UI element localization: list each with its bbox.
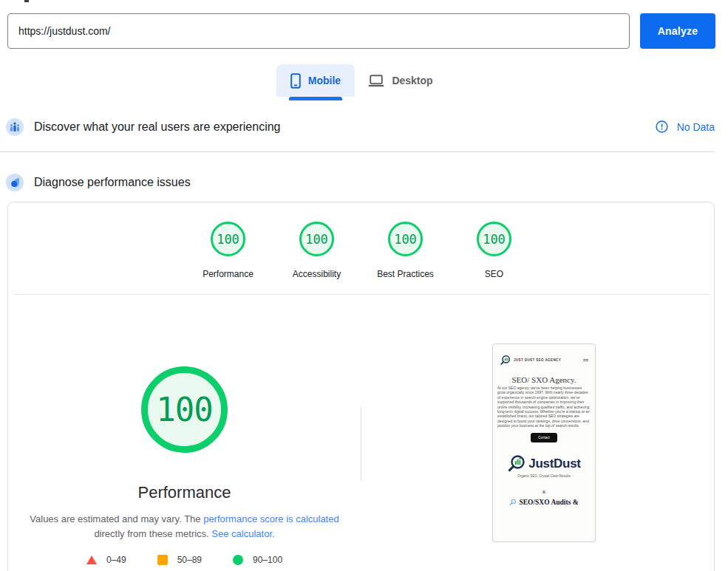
legend-range: 0–49	[106, 555, 126, 565]
active-tab-indicator	[289, 97, 342, 100]
score-label: Accessibility	[293, 269, 341, 279]
url-input[interactable]: https://justdust.com/	[7, 13, 630, 49]
no-data-status[interactable]: No Data	[656, 120, 715, 133]
score-value: 100	[305, 232, 328, 247]
real-users-bars-icon	[6, 118, 24, 136]
score-circle: 100	[388, 222, 423, 256]
pagespeed-insights-report: https://justdust.com/ Analyze Mobile Des…	[0, 0, 728, 571]
gauge-value: 100	[156, 391, 212, 428]
score-accessibility[interactable]: 100 Accessibility	[280, 222, 354, 279]
score-performance[interactable]: 100 Performance	[191, 222, 265, 279]
performance-gauge-section: 100 Performance Values are estimated and…	[8, 295, 361, 565]
score-label: Best Practices	[377, 269, 434, 279]
performance-gauge: 100	[141, 366, 228, 453]
legend-item-pass: 90–100	[233, 555, 282, 565]
disclaimer-text: Values are estimated and may vary. The	[30, 513, 203, 524]
calc-doc-link[interactable]: performance score is calculated	[203, 513, 339, 524]
orange-square-icon	[157, 555, 168, 565]
score-circle: 100	[477, 222, 511, 256]
legend-item-fail: 0–49	[86, 555, 126, 565]
score-value: 100	[394, 232, 417, 247]
info-icon	[656, 120, 668, 133]
score-value: 100	[483, 232, 506, 247]
score-legend: 0–49 50–89 90–100	[8, 555, 361, 565]
lab-data-section-header: Diagnose performance issues	[0, 165, 715, 199]
thumb-site-header: JUST DUST SEO AGENCY	[493, 351, 595, 369]
score-value: 100	[217, 232, 239, 247]
field-data-section-header[interactable]: Discover what your real users are experi…	[0, 109, 715, 144]
thumb-hero-heading: SEO/ SXO Agency.	[493, 375, 595, 384]
score-label: Performance	[203, 269, 254, 279]
score-label: SEO	[485, 269, 503, 279]
score-disclaimer: Values are estimated and may vary. The p…	[8, 512, 361, 541]
lab-report-card: 100 Performance 100 Accessibility 100 Be…	[7, 202, 715, 571]
score-seo[interactable]: 100 SEO	[457, 222, 531, 279]
justdust-logo-icon	[507, 454, 526, 473]
tab-desktop-label: Desktop	[392, 75, 432, 86]
red-triangle-icon	[86, 555, 97, 564]
category-scores-row: 100 Performance 100 Accessibility 100 Be…	[8, 222, 714, 279]
thumb-footer-text: SEO/SXO Audits &	[519, 499, 578, 506]
tab-desktop[interactable]: Desktop	[365, 64, 436, 97]
analyze-button[interactable]: Analyze	[640, 13, 715, 49]
section-divider	[0, 151, 715, 152]
gauge-title: Performance	[8, 483, 361, 502]
disclaimer-text: directly from these metrics.	[94, 528, 211, 539]
score-circle: 100	[211, 222, 245, 256]
magnifier-logo-icon	[500, 355, 511, 366]
page-screenshot-thumbnail[interactable]: JUST DUST SEO AGENCY SEO/ SXO Agency. At…	[492, 343, 596, 542]
thumb-hero-paragraph: At our SEO agency, we've been helping bu…	[497, 386, 591, 428]
asterisk-ornament: ✳	[493, 489, 595, 496]
url-input-value: https://justdust.com/	[18, 25, 111, 37]
desktop-laptop-icon	[368, 75, 384, 87]
vertical-divider	[361, 407, 361, 481]
lab-section-title: Diagnose performance issues	[34, 176, 191, 189]
score-circle: 100	[299, 222, 334, 256]
thumb-brand-text: JUST DUST SEO AGENCY	[514, 358, 561, 362]
hamburger-menu-icon	[583, 359, 588, 362]
tab-mobile-label: Mobile	[308, 75, 341, 86]
see-calculator-link[interactable]: See calculator.	[211, 528, 274, 539]
score-best-practices[interactable]: 100 Best Practices	[369, 222, 443, 279]
legend-range: 90–100	[253, 555, 282, 565]
thumb-tagline: Organic SEO, Crystal Clear Results	[493, 474, 595, 478]
thumb-logo-text: JustDust	[528, 457, 580, 471]
green-circle-icon	[233, 555, 243, 565]
thumb-logo-block: JustDust	[493, 454, 595, 473]
small-magnifier-icon	[509, 499, 517, 506]
thumb-contact-button: Contact	[531, 433, 557, 442]
speedometer-icon	[6, 174, 24, 191]
mobile-phone-icon	[290, 73, 301, 89]
cropped-text-fragment	[24, 0, 29, 2]
field-section-title: Discover what your real users are experi…	[34, 120, 280, 134]
legend-item-average: 50–89	[157, 555, 202, 565]
legend-range: 50–89	[177, 555, 202, 565]
tab-mobile[interactable]: Mobile	[276, 64, 355, 97]
no-data-label: No Data	[677, 121, 715, 133]
thumb-footer-heading: SEO/SXO Audits &	[493, 499, 595, 506]
